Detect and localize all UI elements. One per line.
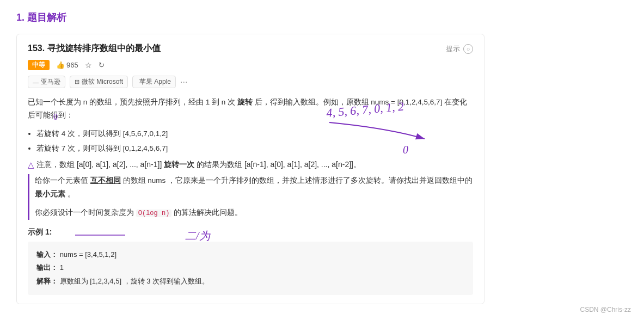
code-inline-1: [4,5,6,7,0,1,2] — [123, 130, 168, 138]
desc-prefix: 已知一个长度为 n 的数组，预先按照升序排列，经由 1 到 n 次 — [28, 98, 235, 106]
tag-apple[interactable]: 苹果 Apple — [132, 76, 176, 88]
tag-amazon[interactable]: — 亚马逊 — [28, 76, 65, 88]
likes-number: 965 — [66, 61, 78, 69]
example-input: 输入： nums = [3,4,5,1,2] — [36, 248, 464, 262]
problem-header: 153. 寻找旋转排序数组中的最小值 提示 ○ — [28, 43, 473, 54]
req-desc-2: 你必须设计一个时间复杂度为 O(log n) 的算法解决此问题。 — [35, 206, 473, 220]
req-desc-1: 给你一个元素值 互不相同 的数组 nums ，它原来是一个升序排列的数组，并按上… — [35, 174, 473, 201]
hint-label: 提示 — [446, 44, 460, 54]
note-text: 注意，数组 [a[0], a[1], a[2], ..., a[n-1]] 旋转… — [36, 160, 361, 170]
more-tags-button[interactable]: ··· — [180, 77, 187, 87]
example-box: 输入： nums = [3,4,5,1,2] 输出： 1 解释： 原数组为 [1… — [28, 242, 473, 295]
bullet-item-2: 若旋转 7 次，则可以得到 [0,1,2,4,5,6,7] — [36, 143, 473, 155]
note-block: △ 注意，数组 [a[0], a[1], a[2], ..., a[n-1]] … — [28, 160, 473, 170]
min-element-bold: 最小元素 — [35, 190, 65, 198]
problem-description: 已知一个长度为 n 的数组，预先按照升序排列，经由 1 到 n 次 旋转 后，得… — [28, 96, 473, 122]
microsoft-icon: ⊞ — [75, 78, 79, 85]
complexity-code: O(log n) — [136, 210, 172, 217]
tag-microsoft-label: 微软 Microsoft — [82, 77, 123, 87]
bullet-list: 若旋转 4 次，则可以得到 [4,5,6,7,0,1,2] 若旋转 7 次，则可… — [36, 128, 473, 155]
star-button[interactable]: ☆ — [85, 61, 92, 70]
tag-amazon-label: 亚马逊 — [41, 77, 60, 87]
problem-title: 153. 寻找旋转排序数组中的最小值 — [28, 43, 161, 54]
likes-count[interactable]: 👍 965 — [56, 61, 78, 69]
bullet-item-1: 若旋转 4 次，则可以得到 [4,5,6,7,0,1,2] — [36, 128, 473, 140]
problem-meta: 中等 👍 965 ☆ ↻ — [28, 60, 473, 70]
tag-microsoft[interactable]: ⊞ 微软 Microsoft — [70, 76, 128, 88]
triangle-marker-1: △ — [28, 160, 34, 170]
difficulty-badge: 中等 — [28, 60, 50, 70]
example-explain: 解释： 原数组为 [1,2,3,4,5] ，旋转 3 次得到输入数组。 — [36, 275, 464, 288]
tag-apple-label: 苹果 Apple — [139, 77, 171, 87]
output-label: 输出： — [36, 263, 58, 272]
distinct-bold: 互不相同 — [90, 176, 121, 184]
explain-text: 原数组为 [1,2,3,4,5] ，旋转 3 次得到输入数组。 — [60, 277, 210, 285]
hint-icon[interactable]: ○ — [463, 44, 473, 54]
desc-rotate-bold: 旋转 — [237, 98, 253, 106]
thumb-icon: 👍 — [56, 61, 65, 69]
problem-hint: 提示 ○ — [446, 44, 473, 54]
footer-attribution: CSDN @Chris-zz — [580, 306, 631, 313]
explain-label: 解释： — [36, 277, 58, 285]
star-icon: ☆ — [85, 61, 92, 70]
amazon-icon: — — [33, 79, 39, 85]
rotate-once-bold: 旋转一次 — [164, 160, 197, 169]
refresh-icon: ↻ — [99, 61, 105, 69]
example-title: 示例 1: — [28, 227, 473, 237]
code-inline-2: [0,1,2,4,5,6,7] — [123, 144, 168, 152]
problem-card: 153. 寻找旋转排序数组中的最小值 提示 ○ 中等 👍 965 ☆ ↻ — 亚… — [16, 34, 484, 304]
section-title: 1. 题目解析 — [16, 11, 628, 24]
input-value: nums = [3,4,5,1,2] — [60, 250, 116, 259]
input-label: 输入： — [36, 250, 58, 259]
output-value: 1 — [60, 263, 64, 272]
refresh-button[interactable]: ↻ — [99, 61, 105, 69]
requirements-block: 给你一个元素值 互不相同 的数组 nums ，它原来是一个升序排列的数组，并按上… — [28, 174, 473, 219]
example-output: 输出： 1 — [36, 261, 464, 275]
tags-row: — 亚马逊 ⊞ 微软 Microsoft 苹果 Apple ··· — [28, 76, 473, 88]
